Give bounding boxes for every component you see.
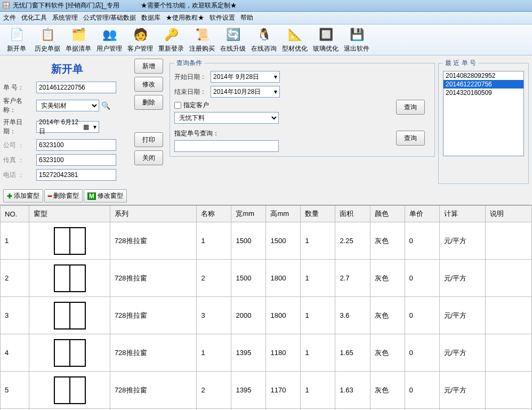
workarea: 新开单 单 号： 客户名称： 实美铝材 🔍 开单日期： 2014年 6月12日 … xyxy=(0,55,532,187)
toolbar-consult[interactable]: 🐧在线咨询 xyxy=(251,26,277,53)
table-row[interactable]: 2728推拉窗21500180012.7灰色0元/平方 xyxy=(1,260,532,297)
cell-color: 灰色 xyxy=(370,372,405,409)
toolbar-label: 在线咨询 xyxy=(251,44,277,53)
cell-w: 1395 xyxy=(231,372,266,409)
menu-item-3[interactable]: 公式管理/基础数据 xyxy=(83,13,136,22)
toolbar-cust-mgmt[interactable]: 🧑客户管理 xyxy=(127,26,154,53)
close-button[interactable]: 关闭 xyxy=(134,150,163,165)
cell-h: 1800 xyxy=(266,297,301,334)
start-date-input[interactable]: 2014年 9月28日▾ xyxy=(211,71,280,83)
company-input[interactable] xyxy=(36,139,116,151)
toolbar-register[interactable]: 📜注册购买 xyxy=(189,26,215,53)
col-header[interactable]: 名称 xyxy=(197,206,231,222)
col-header[interactable]: 颜色 xyxy=(370,206,405,222)
promo-text: ★需要个性功能，欢迎联系定制★ xyxy=(141,1,237,10)
edit-window-button[interactable]: M修改窗型 xyxy=(84,189,127,203)
chevron-down-icon[interactable]: ▾ xyxy=(272,73,279,81)
fax-input[interactable] xyxy=(36,154,116,166)
cell-price: 0 xyxy=(405,334,439,372)
cell-qty: 1 xyxy=(301,260,335,297)
cell-color: 灰色 xyxy=(370,260,405,297)
table-row[interactable]: 3728推拉窗32000180013.6灰色0元/平方 xyxy=(1,297,532,334)
toolbar-upgrade[interactable]: 🔄在线升级 xyxy=(220,26,246,53)
toolbar-order-list[interactable]: 🗂️单据清单 xyxy=(65,26,92,53)
date-label: 开单日期： xyxy=(3,118,34,136)
phone-input[interactable] xyxy=(36,169,116,181)
toolbar-profile-opt[interactable]: 📐型材优化 xyxy=(281,26,308,53)
date-input[interactable]: 2014年 6月12日 ▦ ▾ xyxy=(36,121,99,133)
data-grid[interactable]: NO.窗型系列名称宽mm高mm数量面积颜色单价计算说明 1728推拉窗11500… xyxy=(0,205,532,410)
menu-item-0[interactable]: 文件 xyxy=(3,13,16,22)
cell-area: 1.65 xyxy=(335,334,370,372)
menu-item-6[interactable]: 软件设置 xyxy=(209,13,235,22)
menu-item-7[interactable]: 帮助 xyxy=(240,13,253,22)
menu-item-5[interactable]: ★使用教程★ xyxy=(166,13,204,22)
table-row[interactable]: 4728推拉窗11395118011.65灰色0元/平方 xyxy=(1,334,532,372)
toolbar-glass-opt[interactable]: 🔲玻璃优化 xyxy=(312,26,339,53)
cell-color: 灰色 xyxy=(370,334,405,372)
recent-item[interactable]: 2014320160509 xyxy=(444,89,523,97)
spec-cust-label: 指定客户 xyxy=(183,101,209,110)
cell-area: 1.63 xyxy=(335,372,370,409)
calendar-icon[interactable]: ▦ xyxy=(81,123,91,131)
query-button-2[interactable]: 查询 xyxy=(396,131,425,146)
toolbar: 📄新开单📋历史单据🗂️单据清单👥用户管理🧑客户管理🔑重新登录📜注册购买🔄在线升级… xyxy=(0,25,532,55)
menu-item-4[interactable]: 数据库 xyxy=(141,13,160,22)
col-header[interactable]: 数量 xyxy=(301,206,335,222)
recent-item[interactable]: 2014612220756 xyxy=(444,80,523,89)
action-bar: ✚添加窗型 ━删除窗型 M修改窗型 xyxy=(0,187,532,205)
col-header[interactable]: 计算 xyxy=(439,206,486,222)
cell-w: 1500 xyxy=(231,222,266,260)
recent-list[interactable]: 2014082809295220146122207562014320160509 xyxy=(443,71,524,156)
table-row[interactable]: 5728推拉窗21395117011.63灰色0元/平方 xyxy=(1,372,532,409)
delete-button[interactable]: 删除 xyxy=(134,95,163,110)
order-no-input[interactable] xyxy=(36,82,116,93)
spec-order-input[interactable] xyxy=(174,140,279,152)
toolbar-exit[interactable]: 💾退出软件 xyxy=(343,26,370,53)
cust-select[interactable]: 实美铝材 xyxy=(36,100,99,111)
cell-name: 2 xyxy=(197,372,231,409)
add-window-button[interactable]: ✚添加窗型 xyxy=(3,189,43,203)
new-order-icon: 📄 xyxy=(8,26,25,43)
col-header[interactable]: 宽mm xyxy=(231,206,266,222)
col-header[interactable]: 面积 xyxy=(335,206,370,222)
col-header[interactable]: 系列 xyxy=(110,206,197,222)
toolbar-history[interactable]: 📋历史单据 xyxy=(34,26,61,53)
del-window-button[interactable]: ━删除窗型 xyxy=(44,189,83,203)
cell-series: 728推拉窗 xyxy=(110,222,197,260)
col-header[interactable]: NO. xyxy=(1,206,29,222)
edit-button[interactable]: 修改 xyxy=(134,77,163,92)
cell-note xyxy=(486,260,532,297)
chevron-down-icon[interactable]: ▾ xyxy=(272,88,279,95)
cell-calc: 元/平方 xyxy=(439,260,486,297)
end-date-input[interactable]: 2014年10月28日▾ xyxy=(211,86,280,98)
cell-price: 0 xyxy=(405,297,439,334)
toolbar-user-mgmt[interactable]: 👥用户管理 xyxy=(96,26,123,53)
spec-cust-checkbox[interactable] xyxy=(174,102,181,109)
minus-icon: ━ xyxy=(48,192,52,200)
menu-item-2[interactable]: 系统管理 xyxy=(52,13,78,22)
toolbar-relogin[interactable]: 🔑重新登录 xyxy=(158,26,184,53)
relogin-icon: 🔑 xyxy=(163,26,180,43)
recent-item[interactable]: 20140828092952 xyxy=(444,71,523,80)
toolbar-label: 注册购买 xyxy=(189,44,215,53)
col-header[interactable]: 单价 xyxy=(405,206,439,222)
cell-qty: 1 xyxy=(301,372,335,409)
cell-no: 1 xyxy=(1,222,29,260)
table-row[interactable]: 1728推拉窗11500150012.25灰色0元/平方 xyxy=(1,222,532,260)
menu-item-1[interactable]: 优化工具 xyxy=(21,13,47,22)
col-header[interactable]: 高mm xyxy=(266,206,301,222)
col-header[interactable]: 说明 xyxy=(486,206,532,222)
spec-cust-select[interactable]: 无忧下料 xyxy=(174,112,279,124)
chevron-down-icon[interactable]: ▾ xyxy=(91,123,99,131)
col-header[interactable]: 窗型 xyxy=(29,206,110,222)
add-button[interactable]: 新增 xyxy=(134,59,163,74)
print-button[interactable]: 打印 xyxy=(134,132,163,147)
window-icon xyxy=(54,302,86,329)
query-button-1[interactable]: 查询 xyxy=(396,100,425,115)
toolbar-new-order[interactable]: 📄新开单 xyxy=(3,26,30,53)
toolbar-label: 退出软件 xyxy=(344,44,369,53)
form-panel: 新开单 单 号： 客户名称： 实美铝材 🔍 开单日期： 2014年 6月12日 … xyxy=(3,59,131,184)
search-icon[interactable]: 🔍 xyxy=(101,101,110,110)
cell-thumb xyxy=(29,260,110,297)
